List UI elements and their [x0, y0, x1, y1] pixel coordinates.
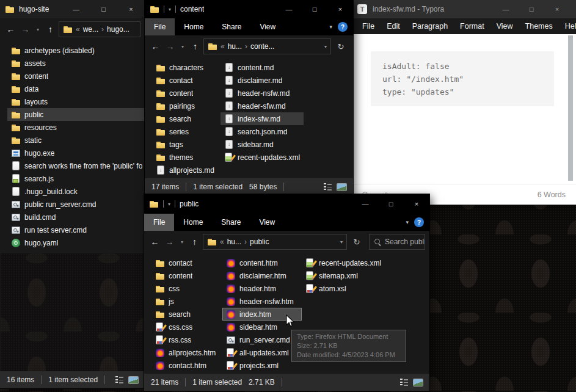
- refresh-button[interactable]: ↻: [333, 42, 349, 51]
- file-row[interactable]: content: [152, 87, 221, 100]
- details-view-icon[interactable]: [400, 379, 408, 386]
- file-row[interactable]: header-sfw.md: [221, 100, 304, 112]
- file-row[interactable]: run_server.cmd: [222, 333, 302, 346]
- file-row[interactable]: css: [151, 282, 222, 295]
- file-row[interactable]: static: [7, 134, 145, 147]
- forward-button[interactable]: →: [19, 24, 32, 34]
- recent-locations-chevron[interactable]: ▾: [178, 239, 186, 245]
- breadcrumb-chevrons[interactable]: «: [220, 238, 224, 246]
- file-row[interactable]: recent-updates.xml: [302, 256, 385, 269]
- ribbon-tab-view[interactable]: View: [250, 18, 285, 35]
- file-row[interactable]: assets: [7, 57, 145, 70]
- maximize-button[interactable]: □: [302, 0, 327, 18]
- forward-button[interactable]: →: [163, 237, 176, 247]
- maximize-button[interactable]: □: [378, 194, 404, 214]
- forward-button[interactable]: →: [164, 42, 177, 51]
- file-row[interactable]: index-sfw.md: [221, 112, 304, 125]
- file-row[interactable]: allprojects.htm: [151, 346, 222, 359]
- breadcrumb[interactable]: hugo...: [107, 25, 129, 34]
- file-row[interactable]: public: [7, 108, 145, 121]
- file-row[interactable]: archetypes (disabled): [7, 44, 145, 57]
- thumbnail-view-icon[interactable]: [337, 184, 346, 191]
- file-row[interactable]: contact.htm: [151, 359, 222, 372]
- refresh-button[interactable]: ↻: [349, 238, 365, 247]
- file-row[interactable]: build.cmd: [7, 211, 145, 223]
- help-button[interactable]: ?: [338, 22, 348, 32]
- scrollbar[interactable]: [568, 35, 573, 181]
- ribbon-expand-chevron[interactable]: ▾: [329, 24, 332, 30]
- file-row[interactable]: series: [152, 125, 221, 138]
- quick-access-toolbar-chevron[interactable]: ▾: [169, 7, 171, 12]
- ribbon-tab-file[interactable]: File: [145, 18, 175, 35]
- file-row[interactable]: pairings: [152, 100, 221, 112]
- file-row[interactable]: run test server.cmd: [7, 223, 145, 236]
- breadcrumb[interactable]: public: [250, 238, 269, 246]
- details-view-icon[interactable]: [115, 376, 123, 383]
- search-box[interactable]: [369, 234, 425, 250]
- quick-access-toolbar-chevron[interactable]: ▾: [168, 201, 170, 207]
- file-row[interactable]: disclaimer.md: [221, 74, 304, 87]
- breadcrumb-chevrons[interactable]: «: [76, 25, 80, 34]
- file-row[interactable]: tags: [152, 138, 221, 151]
- ribbon-tab-share[interactable]: Share: [213, 18, 250, 35]
- file-row[interactable]: header.htm: [222, 282, 302, 295]
- file-row[interactable]: allprojects.md: [152, 164, 221, 176]
- menu-item[interactable]: File: [356, 22, 381, 31]
- recent-locations-chevron[interactable]: ▾: [178, 44, 187, 49]
- back-button[interactable]: ←: [4, 24, 17, 34]
- close-button[interactable]: ×: [117, 0, 145, 18]
- file-row[interactable]: public run_server.cmd: [7, 198, 145, 211]
- menu-item[interactable]: Format: [454, 22, 490, 31]
- file-row[interactable]: all-updates.xml: [222, 346, 302, 359]
- file-row[interactable]: characters: [152, 61, 221, 74]
- breadcrumb[interactable]: we...: [83, 25, 98, 34]
- file-row[interactable]: hugo.yaml: [7, 236, 145, 249]
- close-button[interactable]: ×: [404, 194, 429, 214]
- ribbon-tab-home[interactable]: Home: [174, 214, 212, 231]
- help-button[interactable]: ?: [414, 217, 424, 227]
- file-row[interactable]: header-nsfw.md: [221, 87, 304, 100]
- menu-item[interactable]: View: [490, 22, 519, 31]
- ribbon-tab-view[interactable]: View: [250, 214, 284, 231]
- breadcrumb[interactable]: hu...: [227, 238, 241, 246]
- recent-locations-chevron[interactable]: ▾: [34, 27, 42, 32]
- menu-item[interactable]: Themes: [519, 22, 559, 31]
- address-bar[interactable]: « hu... › public ▾: [203, 234, 347, 250]
- address-dropdown-chevron[interactable]: ▾: [324, 44, 327, 49]
- file-row[interactable]: data: [7, 82, 145, 95]
- file-row[interactable]: content: [151, 269, 222, 282]
- ribbon-tab-home[interactable]: Home: [175, 18, 213, 35]
- address-bar[interactable]: « hu... › conte... ▾: [203, 38, 331, 54]
- file-row[interactable]: search works fine from the 'public' fo: [7, 159, 145, 172]
- back-button[interactable]: ←: [148, 237, 161, 247]
- file-row[interactable]: layouts: [7, 95, 145, 108]
- file-row[interactable]: hugo.exe: [7, 147, 145, 159]
- file-row[interactable]: .hugo_build.lock: [7, 185, 145, 198]
- thumbnail-view-icon[interactable]: [414, 379, 423, 386]
- thumbnail-view-icon[interactable]: [129, 377, 138, 383]
- file-row[interactable]: atom.xsl: [302, 282, 385, 295]
- minimize-button[interactable]: —: [493, 0, 519, 18]
- close-button[interactable]: ×: [544, 0, 570, 18]
- details-view-icon[interactable]: [324, 183, 332, 191]
- file-row[interactable]: content: [7, 70, 145, 82]
- file-row[interactable]: content.htm: [222, 256, 302, 269]
- file-row[interactable]: search.json.md: [221, 125, 304, 138]
- file-row[interactable]: sidebar.md: [221, 138, 304, 151]
- address-bar[interactable]: « we... › hugo...: [59, 21, 140, 37]
- file-row[interactable]: search: [151, 308, 222, 321]
- minimize-button[interactable]: —: [352, 194, 378, 214]
- maximize-button[interactable]: □: [519, 0, 544, 18]
- ribbon-tab-file[interactable]: File: [144, 214, 174, 231]
- file-row[interactable]: projects.xml: [222, 359, 302, 372]
- up-button[interactable]: ↑: [189, 42, 202, 51]
- file-row[interactable]: resources: [7, 121, 145, 134]
- maximize-button[interactable]: □: [90, 0, 117, 18]
- file-row[interactable]: search: [152, 112, 221, 125]
- file-row[interactable]: search.js: [7, 172, 145, 185]
- ribbon-expand-chevron[interactable]: ▾: [406, 219, 409, 225]
- file-row[interactable]: js: [151, 295, 222, 308]
- up-button[interactable]: ↑: [188, 237, 201, 247]
- file-row[interactable]: css.css: [151, 321, 222, 333]
- menu-item[interactable]: Edit: [381, 22, 406, 31]
